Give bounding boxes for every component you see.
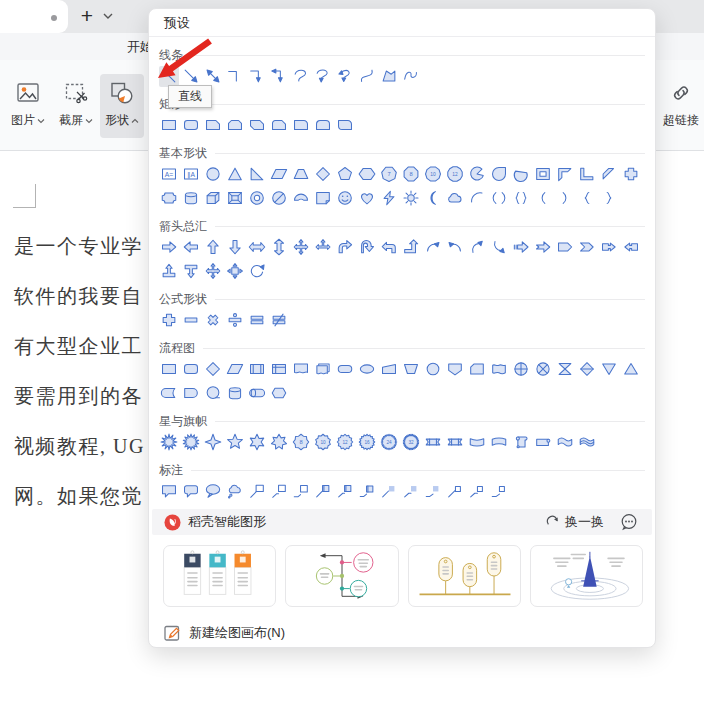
shape-filled-line-callout-1[interactable] (379, 481, 399, 502)
shape-diamond[interactable] (313, 164, 333, 185)
shape-down-arrow-callout[interactable] (181, 261, 201, 282)
shape-star-7-point[interactable] (269, 432, 289, 453)
shape-star-6-point[interactable] (247, 432, 267, 453)
shape-striped-right-arrow[interactable] (511, 237, 531, 258)
shape-accent-line-callout-1[interactable] (313, 481, 333, 502)
shape-curved-left-arrow[interactable] (445, 237, 465, 258)
shape-left-right-up-arrow[interactable] (313, 237, 333, 258)
shape-line-callout-1[interactable] (247, 481, 267, 502)
shape-corner[interactable] (577, 164, 597, 185)
shape-folded-corner[interactable] (313, 188, 333, 209)
shape-curved-ribbon-down[interactable] (467, 432, 487, 453)
shape-cross[interactable] (621, 164, 641, 185)
shape-summing-junction[interactable] (533, 359, 553, 380)
shape-quad-arrow-callout[interactable] (225, 261, 245, 282)
shape-cylinder[interactable] (181, 188, 201, 209)
shape-star-16-point[interactable]: 16 (357, 432, 377, 453)
shape-multiplication-sign[interactable] (203, 310, 223, 331)
shape-straight-line[interactable] (159, 66, 179, 87)
shape-u-turn-arrow[interactable] (357, 237, 377, 258)
shape-frame[interactable] (533, 164, 553, 185)
shape-curved-right-arrow[interactable] (423, 237, 443, 258)
shape-accent-line-callout-3[interactable] (357, 481, 377, 502)
shape-curved-ribbon-up[interactable] (489, 432, 509, 453)
shape-left-arrow[interactable] (181, 237, 201, 258)
shape-elbow-connector[interactable] (225, 66, 245, 87)
shape-no-symbol[interactable] (269, 188, 289, 209)
shape-heptagon[interactable]: 7 (379, 164, 399, 185)
shape-hexagon[interactable] (357, 164, 377, 185)
shape-notched-right-arrow[interactable] (533, 237, 553, 258)
shape-star-32-point[interactable]: 32 (401, 432, 421, 453)
shape-trapezoid[interactable] (291, 164, 311, 185)
shape-snip-same-side-corner[interactable] (225, 115, 245, 136)
shape-wave[interactable] (555, 432, 575, 453)
shape-terminator[interactable] (335, 359, 355, 380)
shapes-button[interactable]: 形状 (100, 74, 144, 138)
shape-star-5-point[interactable] (225, 432, 245, 453)
shape-multidocument[interactable] (313, 359, 333, 380)
shape-filled-line-callout-3[interactable] (423, 481, 443, 502)
shape-equal-sign[interactable] (247, 310, 267, 331)
shape-moon[interactable] (423, 188, 443, 209)
shape-stored-data[interactable] (357, 359, 377, 380)
shape-delay[interactable] (181, 383, 201, 404)
refresh-icon[interactable] (545, 515, 560, 530)
shape-pentagon-arrow[interactable] (555, 237, 575, 258)
shape-rounded-rectangle[interactable] (181, 115, 201, 136)
smart-graphic-thumbnail-lamp-post-timeline[interactable] (408, 545, 521, 607)
shape-or[interactable] (511, 359, 531, 380)
document-tab[interactable] (0, 0, 68, 33)
shape-elbow-arrow-connector[interactable] (247, 66, 267, 87)
shape-star-4-point[interactable] (203, 432, 223, 453)
shape-smiley-face[interactable] (335, 188, 355, 209)
shape-star-24-point[interactable]: 24 (379, 432, 399, 453)
shape-bent-up-arrow[interactable] (401, 237, 421, 258)
shape-border-line-callout-3[interactable] (489, 481, 509, 502)
shape-bevel[interactable] (225, 188, 245, 209)
shape-vertical-text-box[interactable]: ∥A (181, 164, 201, 185)
shape-plus-sign[interactable] (159, 310, 179, 331)
shape-block-arc[interactable] (291, 188, 311, 209)
shape-right-brace[interactable] (599, 188, 619, 209)
shape-arc[interactable] (467, 188, 487, 209)
shape-oval[interactable] (203, 164, 223, 185)
shape-border-line-callout-2[interactable] (467, 481, 487, 502)
shape-isosceles-triangle[interactable] (225, 164, 245, 185)
shape-down-arrow[interactable] (225, 237, 245, 258)
shape-curve[interactable] (357, 66, 377, 87)
shape-predefined-process[interactable] (247, 359, 267, 380)
shape-plaque[interactable] (159, 188, 179, 209)
shape-rectangle[interactable] (159, 115, 179, 136)
shape-document[interactable] (291, 359, 311, 380)
shape-curved-down-arrow[interactable] (489, 237, 509, 258)
shape-manual-input[interactable] (379, 359, 399, 380)
shape-filled-line-callout-2[interactable] (401, 481, 421, 502)
shape-oval-callout[interactable] (203, 481, 223, 502)
feedback-bubble-icon[interactable] (620, 513, 638, 531)
shape-left-right-arrow[interactable] (247, 237, 267, 258)
shape-pie[interactable] (467, 164, 487, 185)
shape-pentagon[interactable] (335, 164, 355, 185)
shape-extract[interactable] (621, 359, 641, 380)
shape-round-diagonal-corner[interactable] (335, 115, 355, 136)
shape-data[interactable] (225, 359, 245, 380)
shape-sort[interactable] (577, 359, 597, 380)
shape-up-down-arrow[interactable] (269, 237, 289, 258)
shape-curved-up-arrow[interactable] (467, 237, 487, 258)
shape-star-8-point[interactable]: 8 (291, 432, 311, 453)
shape-division-sign[interactable] (225, 310, 245, 331)
tab-list-chevron-icon[interactable] (100, 8, 116, 24)
shape-right-triangle[interactable] (247, 164, 267, 185)
shape-merge[interactable] (599, 359, 619, 380)
shape-lightning-bolt[interactable] (379, 188, 399, 209)
shape-snip-round-single-corner[interactable] (269, 115, 289, 136)
shape-parallelogram[interactable] (269, 164, 289, 185)
shape-sequential-access[interactable] (203, 383, 223, 404)
shape-star-10-point[interactable]: 10 (313, 432, 333, 453)
shape-decision[interactable] (203, 359, 223, 380)
shape-line-callout-2[interactable] (269, 481, 289, 502)
shape-left-arrow-callout[interactable] (621, 237, 641, 258)
picture-button[interactable]: 图片 (6, 74, 50, 138)
shape-snip-diagonal-corner[interactable] (247, 115, 267, 136)
